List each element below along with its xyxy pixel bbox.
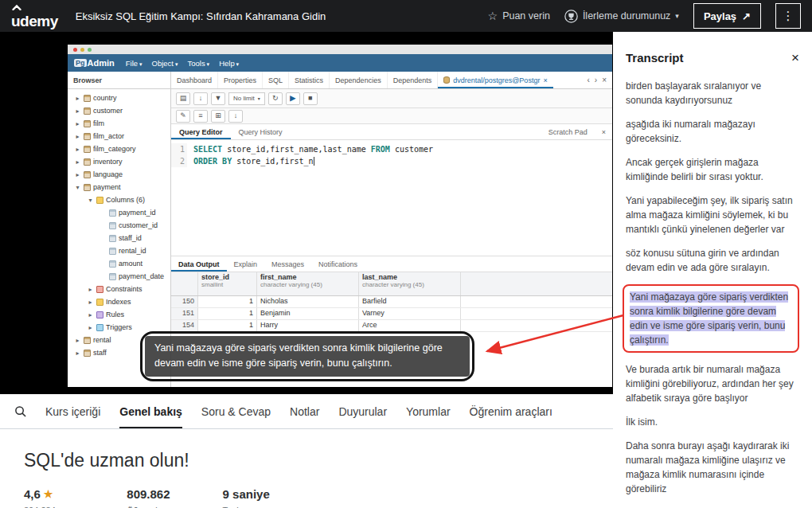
transcript-cue[interactable]: söz konusu sütuna girin ve ardından deva…: [626, 246, 799, 275]
header-actions: ☆ Puan verin İlerleme durumunuz ▾ Paylaş…: [488, 3, 801, 29]
first-name-cell: Harry: [257, 320, 359, 331]
tree-expand-icon: [74, 120, 81, 127]
tree-node-icon: [84, 184, 91, 191]
udemy-logo[interactable]: udemy: [11, 3, 58, 29]
share-button[interactable]: Paylaş ↗: [693, 3, 761, 29]
stat-block: 4,6 ★ 804.284 puan: [24, 487, 77, 508]
output-tab: Messages: [264, 256, 311, 272]
pgadmin-menu-item: Tools: [187, 59, 209, 68]
transcript-cue[interactable]: birden başlayarak sıralanıyor ve sonunda…: [626, 79, 799, 107]
tree-item: Rules: [68, 308, 170, 321]
tree-node-icon: [109, 235, 116, 242]
course-tab[interactable]: Genel bakış: [119, 394, 182, 428]
tree-node-icon: [84, 146, 91, 153]
pgadmin-menus: FileObjectToolsHelp: [126, 59, 239, 68]
transcript-cue[interactable]: aşağıda iki numaralı mağazayı göreceksin…: [626, 117, 799, 146]
tab-prev-icon: ‹: [587, 76, 589, 84]
tree-item: film_category: [68, 143, 170, 155]
stat-value: 4,6 ★: [24, 487, 77, 501]
output-tabs: Data OutputExplainMessagesNotifications: [171, 256, 612, 272]
filter-icon: ▼: [211, 92, 225, 105]
transcript-cue[interactable]: İlk isim.: [626, 415, 799, 429]
transcript-body: birden başlayarak sıralanıyor ve sonunda…: [626, 79, 799, 508]
course-tab[interactable]: Notlar: [290, 394, 319, 428]
close-transcript-button[interactable]: ×: [791, 51, 799, 64]
course-tab[interactable]: Yorumlar: [406, 394, 451, 428]
grid-rows: 150 1 Nicholas Barfield 151 1: [171, 296, 612, 332]
transcript-cue-text: söz konusu sütuna girin ve ardından deva…: [626, 248, 779, 273]
tree-expand-icon: [74, 107, 81, 115]
tree-item-label: film_category: [93, 145, 136, 153]
tree-item: Constraints: [68, 283, 170, 295]
tree-item-label: inventory: [93, 158, 123, 166]
tree-expand-icon: [74, 146, 81, 153]
window-zoom-dot: [88, 48, 92, 52]
rate-course-button[interactable]: ☆ Puan verin: [488, 10, 550, 22]
column-header: first_name character varying (45): [257, 272, 359, 295]
refresh-icon: ↻: [268, 92, 283, 105]
share-arrow-icon: ↗: [742, 10, 751, 22]
course-tab[interactable]: Soru & Cevap: [201, 394, 271, 428]
output-tab: Data Output: [171, 256, 227, 272]
pgadmin-menu-item: Help: [219, 59, 239, 68]
tree-item-label: Constraints: [106, 285, 142, 293]
window-chrome: [68, 45, 612, 54]
stop-icon: ■: [303, 92, 318, 105]
tree-item-label: film: [93, 119, 104, 127]
search-button[interactable]: [14, 394, 26, 428]
tree-expand-icon: [74, 133, 81, 140]
tree-item-label: Triggers: [106, 323, 132, 331]
tree-node-icon: [96, 324, 103, 331]
transcript-cue[interactable]: Ve burada artık bir numaralı mağaza kiml…: [626, 362, 799, 405]
transcript-cue[interactable]: Ancak gerçek girişlerin mağaza kimliğind…: [626, 155, 799, 184]
transcript-cue-text: Ancak gerçek girişlerin mağaza kimliğind…: [626, 157, 763, 182]
pgadmin-tab: Dependents: [388, 72, 439, 88]
course-tab[interactable]: Öğrenim araçları: [470, 394, 552, 428]
video-player[interactable]: PgAdmin FileObjectToolsHelp Browser Dash…: [0, 32, 613, 394]
menu-icon: ≡: [193, 110, 208, 123]
pgadmin-menu-item: File: [126, 59, 142, 68]
tab-query-history: Query History: [231, 124, 291, 139]
course-tab[interactable]: Duyurular: [338, 394, 387, 428]
tree-item-label: rental_id: [119, 247, 146, 255]
tree-expand-icon: [74, 171, 81, 178]
tree-item-label: language: [93, 170, 123, 178]
transcript-cue[interactable]: Daha sonra burayı aşağı kaydırarak iki n…: [626, 439, 799, 496]
column-header: last_name character varying (45): [359, 272, 461, 295]
progress-dropdown[interactable]: İlerleme durumunuz ▾: [564, 10, 679, 23]
code-line-2: 2ORDER BY store_id,first_n: [171, 155, 612, 167]
tree-item: language: [68, 168, 170, 181]
transcript-cue-text: İlk isim.: [626, 416, 658, 428]
transcript-cue[interactable]: Yani yapabileceğim şey, ilk sipariş satı…: [626, 193, 799, 236]
tree-item: country: [68, 92, 170, 104]
tree-expand-icon: [87, 286, 94, 293]
more-options-button[interactable]: ⋮: [775, 3, 801, 29]
tree-node-icon: [84, 171, 91, 178]
transcript-cue[interactable]: Yani mağazaya göre sipariş verdikten son…: [623, 284, 799, 353]
caption-annotation: Yani mağazaya göre sipariş verdikten son…: [140, 331, 474, 381]
save-icon: ↓: [193, 92, 208, 105]
tree-item: payment_date: [68, 270, 170, 283]
course-tab[interactable]: Kurs içeriği: [45, 394, 100, 428]
pgadmin-menubar: PgAdmin FileObjectToolsHelp: [68, 54, 612, 72]
column-header: store_id smallint: [198, 272, 257, 295]
transcript-title: Transcript: [626, 51, 684, 64]
tree-item-label: customer: [93, 107, 123, 115]
tree-item-label: Indexes: [106, 298, 131, 306]
tree-item: Columns (6): [68, 193, 170, 206]
tree-item-label: payment: [93, 183, 121, 191]
tab-close-icon: ×: [602, 76, 607, 84]
tree-node-icon: [84, 337, 91, 344]
row-number-cell: 151: [171, 308, 198, 319]
tree-node-icon: [84, 95, 91, 102]
course-stats: 4,6 ★ 804.284 puan 809.862 Öğrenci: [24, 487, 613, 508]
stat-value: 809.862: [127, 487, 173, 501]
page: udemy Eksiksiz SQL Eğitim Kampı: Sıfırda…: [0, 0, 812, 508]
transcript-cue-text: Daha sonra burayı aşağı kaydırarak iki n…: [626, 440, 789, 494]
panel-close-icon: ×: [595, 128, 612, 136]
tab-close-icon: ×: [543, 76, 547, 84]
kebab-icon: ⋮: [783, 9, 794, 23]
tree-expand-icon: [74, 158, 81, 166]
stat-block: 9 saniye Toplam: [223, 487, 273, 508]
tree-item-label: amount: [119, 260, 142, 268]
